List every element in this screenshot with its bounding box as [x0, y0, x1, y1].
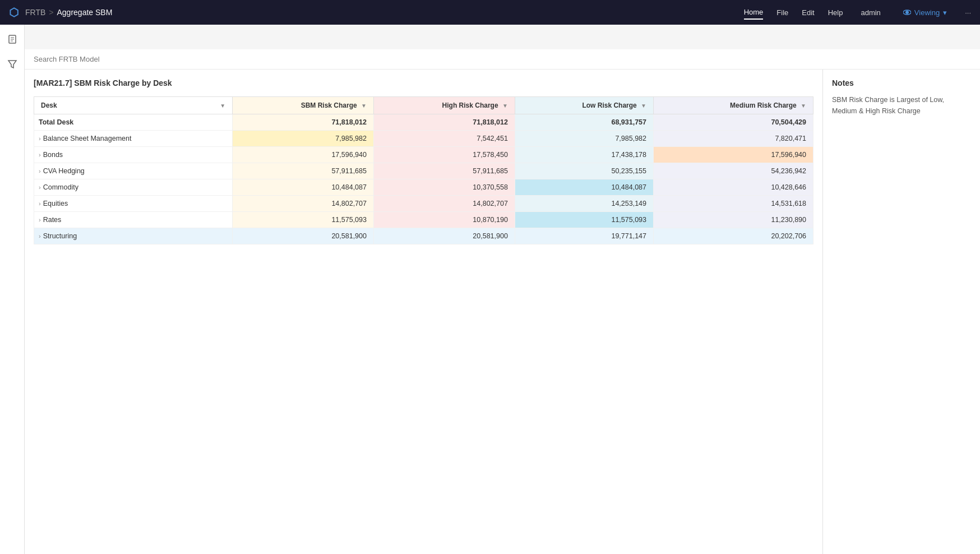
desk-filter-icon[interactable]: ▼ — [220, 103, 225, 109]
sbm-value: 57,911,685 — [233, 163, 374, 179]
table-row[interactable]: ›CVA Hedging57,911,68557,911,68550,235,1… — [34, 163, 813, 179]
search-bar — [25, 49, 980, 70]
sbm-value: 14,802,707 — [233, 196, 374, 212]
sbm-filter-icon[interactable]: ▼ — [361, 103, 367, 109]
high-risk-value: 7,542,451 — [373, 131, 515, 147]
nav-more-icon[interactable]: ··· — [965, 8, 971, 17]
high-filter-icon[interactable]: ▼ — [502, 103, 508, 109]
expand-icon[interactable]: › — [39, 200, 41, 207]
data-table: Desk ▼ SBM Risk Charge ▼ High Risk Charg… — [34, 96, 813, 244]
sbm-value: 7,985,982 — [233, 131, 374, 147]
high-risk-value: 10,370,558 — [373, 179, 515, 196]
high-risk-value: 10,870,190 — [373, 212, 515, 228]
low-risk-value: 14,253,149 — [515, 196, 653, 212]
left-sidebar — [0, 25, 25, 554]
nav-file[interactable]: File — [776, 6, 788, 19]
table-row[interactable]: ›Rates11,575,09310,870,19011,575,09311,2… — [34, 212, 813, 228]
svg-marker-6 — [8, 61, 16, 68]
desk-name: Structuring — [43, 232, 77, 240]
desk-cell: ›Balance Sheet Management — [34, 131, 233, 147]
expand-icon[interactable]: › — [39, 151, 41, 158]
expand-icon[interactable]: › — [39, 168, 41, 174]
high-risk-value: 20,581,900 — [373, 228, 515, 244]
medium-risk-value: 11,230,890 — [654, 212, 813, 228]
top-nav: ⬡ FRTB > Aggregate SBM Home File Edit He… — [0, 0, 980, 25]
expand-icon[interactable]: › — [39, 233, 41, 239]
medium-risk-value: 17,596,940 — [654, 147, 813, 163]
medium-filter-icon[interactable]: ▼ — [801, 103, 806, 109]
low-risk-value: 11,575,093 — [515, 212, 653, 228]
desk-cell: ›Equities — [34, 196, 233, 212]
sbm-value: 10,484,087 — [233, 179, 374, 196]
nav-user[interactable]: admin — [861, 8, 880, 17]
nav-home[interactable]: Home — [744, 6, 764, 20]
desk-cell: ›Commodity — [34, 179, 233, 196]
notes-title: Notes — [832, 79, 971, 87]
low-risk-value: 10,484,087 — [515, 179, 653, 196]
sidebar-filter-icon[interactable] — [4, 56, 20, 72]
col-header-sbm: SBM Risk Charge ▼ — [233, 97, 374, 114]
low-risk-value: 50,235,155 — [515, 163, 653, 179]
breadcrumb-separator: > — [49, 8, 53, 17]
medium-risk-value: 10,428,646 — [654, 179, 813, 196]
expand-icon[interactable]: › — [39, 184, 41, 191]
desk-cell: ›CVA Hedging — [34, 163, 233, 179]
desk-name: CVA Hedging — [43, 167, 85, 175]
expand-icon[interactable]: › — [39, 216, 41, 223]
col-header-high: High Risk Charge ▼ — [373, 97, 515, 114]
low-filter-icon[interactable]: ▼ — [641, 103, 646, 109]
desk-name: Commodity — [43, 183, 78, 191]
app-logo: ⬡ — [9, 6, 19, 19]
high-risk-value: 57,911,685 — [373, 163, 515, 179]
notes-content: SBM Risk Charge is Largest of Low, Mediu… — [832, 94, 971, 117]
desk-name: Total Desk — [39, 118, 73, 126]
high-risk-value: 17,578,450 — [373, 147, 515, 163]
search-input[interactable] — [34, 55, 971, 63]
nav-help[interactable]: Help — [828, 6, 843, 19]
nav-edit[interactable]: Edit — [802, 6, 814, 19]
breadcrumb: FRTB > Aggregate SBM — [25, 8, 739, 17]
svg-point-0 — [905, 11, 909, 14]
medium-risk-value: 20,202,706 — [654, 228, 813, 244]
table-area: [MAR21.7] SBM Risk Charge by Desk Desk ▼… — [25, 70, 823, 554]
desk-name: Equities — [43, 200, 68, 207]
col-header-desk: Desk ▼ — [34, 97, 233, 114]
desk-name: Rates — [43, 216, 62, 224]
high-risk-value: 71,818,012 — [373, 114, 515, 131]
nav-viewing: Viewing ▾ — [903, 8, 947, 17]
medium-risk-value: 54,236,942 — [654, 163, 813, 179]
desk-cell: Total Desk — [34, 114, 233, 131]
breadcrumb-page: Aggregate SBM — [57, 8, 113, 17]
medium-risk-value: 7,820,471 — [654, 131, 813, 147]
sbm-value: 71,818,012 — [233, 114, 374, 131]
expand-icon[interactable]: › — [39, 135, 41, 142]
table-row[interactable]: ›Balance Sheet Management7,985,9827,542,… — [34, 131, 813, 147]
high-risk-value: 14,802,707 — [373, 196, 515, 212]
table-row[interactable]: Total Desk71,818,01271,818,01268,931,757… — [34, 114, 813, 131]
col-header-medium: Medium Risk Charge ▼ — [654, 97, 813, 114]
breadcrumb-app[interactable]: FRTB — [25, 8, 45, 17]
notes-panel: Notes SBM Risk Charge is Largest of Low,… — [823, 70, 980, 554]
desk-name: Bonds — [43, 151, 63, 159]
sidebar-document-icon[interactable] — [4, 31, 20, 47]
content-area: [MAR21.7] SBM Risk Charge by Desk Desk ▼… — [25, 70, 980, 554]
nav-menu: Home File Edit Help admin Viewing ▾ ··· — [744, 6, 971, 20]
medium-risk-value: 14,531,618 — [654, 196, 813, 212]
desk-cell: ›Bonds — [34, 147, 233, 163]
table-row[interactable]: ›Commodity10,484,08710,370,55810,484,087… — [34, 179, 813, 196]
nav-chevron-down-icon[interactable]: ▾ — [943, 8, 947, 17]
sbm-value: 20,581,900 — [233, 228, 374, 244]
table-row[interactable]: ›Structuring20,581,90020,581,90019,771,1… — [34, 228, 813, 244]
sbm-value: 17,596,940 — [233, 147, 374, 163]
eye-icon — [903, 8, 911, 16]
table-row[interactable]: ›Bonds17,596,94017,578,45017,438,17817,5… — [34, 147, 813, 163]
desk-name: Balance Sheet Management — [43, 135, 132, 142]
sbm-value: 11,575,093 — [233, 212, 374, 228]
col-header-low: Low Risk Charge ▼ — [515, 97, 653, 114]
low-risk-value: 7,985,982 — [515, 131, 653, 147]
viewing-label: Viewing — [914, 8, 940, 17]
table-row[interactable]: ›Equities14,802,70714,802,70714,253,1491… — [34, 196, 813, 212]
low-risk-value: 19,771,147 — [515, 228, 653, 244]
page-title: [MAR21.7] SBM Risk Charge by Desk — [34, 79, 813, 87]
low-risk-value: 68,931,757 — [515, 114, 653, 131]
